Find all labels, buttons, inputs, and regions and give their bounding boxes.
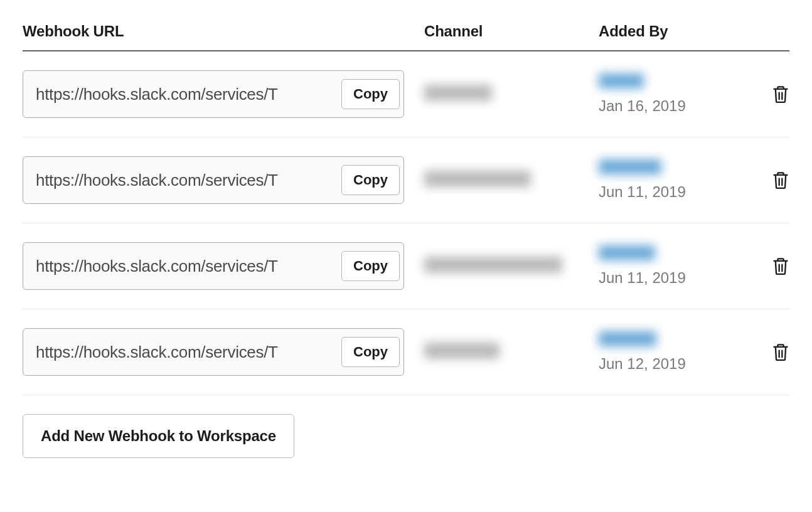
table-header-row: Webhook URL Channel Added By: [23, 23, 789, 51]
channel-name-redacted: [424, 257, 562, 273]
table-row: https://hooks.slack.com/services/TCopyJa…: [23, 51, 789, 137]
copy-button[interactable]: Copy: [341, 337, 400, 367]
added-by-cell: Jun 11, 2019: [599, 159, 758, 201]
webhook-url-text: https://hooks.slack.com/services/T: [36, 171, 341, 190]
user-name-redacted: [599, 245, 655, 260]
trash-icon[interactable]: [772, 342, 789, 362]
channel-name-redacted: [424, 171, 531, 187]
added-date: Jun 11, 2019: [599, 269, 758, 287]
webhook-url-text: https://hooks.slack.com/services/T: [36, 257, 341, 276]
channel-cell: [424, 85, 599, 104]
channel-cell: [424, 343, 599, 362]
added-date: Jun 11, 2019: [599, 183, 758, 201]
added-by-cell: Jun 12, 2019: [599, 331, 758, 373]
table-row: https://hooks.slack.com/services/TCopyJu…: [23, 137, 789, 223]
header-webhook-url: Webhook URL: [23, 23, 424, 40]
copy-button[interactable]: Copy: [341, 79, 400, 109]
added-by-cell: Jun 11, 2019: [599, 245, 758, 287]
copy-button[interactable]: Copy: [341, 251, 400, 281]
webhook-url-field[interactable]: https://hooks.slack.com/services/TCopy: [23, 242, 404, 290]
actions-cell: [758, 342, 789, 362]
channel-name-redacted: [424, 85, 492, 101]
add-new-webhook-button[interactable]: Add New Webhook to Workspace: [23, 414, 294, 458]
trash-icon[interactable]: [772, 84, 789, 104]
webhook-url-text: https://hooks.slack.com/services/T: [36, 343, 341, 362]
channel-cell: [424, 257, 599, 276]
trash-icon[interactable]: [772, 256, 789, 276]
webhook-url-text: https://hooks.slack.com/services/T: [36, 85, 341, 104]
webhook-url-field[interactable]: https://hooks.slack.com/services/TCopy: [23, 328, 404, 376]
user-name-redacted: [599, 73, 644, 88]
webhook-url-cell: https://hooks.slack.com/services/TCopy: [23, 328, 424, 376]
actions-cell: [758, 170, 789, 190]
header-added-by: Added By: [599, 23, 758, 40]
webhook-url-field[interactable]: https://hooks.slack.com/services/TCopy: [23, 156, 404, 204]
table-row: https://hooks.slack.com/services/TCopyJu…: [23, 223, 789, 309]
added-date: Jan 16, 2019: [599, 97, 758, 115]
header-channel: Channel: [424, 23, 599, 40]
actions-cell: [758, 256, 789, 276]
actions-cell: [758, 84, 789, 104]
channel-cell: [424, 171, 599, 190]
added-date: Jun 12, 2019: [599, 355, 758, 373]
added-by-cell: Jan 16, 2019: [599, 73, 758, 115]
copy-button[interactable]: Copy: [341, 165, 400, 195]
webhook-url-field[interactable]: https://hooks.slack.com/services/TCopy: [23, 70, 404, 118]
trash-icon[interactable]: [772, 170, 789, 190]
webhook-url-cell: https://hooks.slack.com/services/TCopy: [23, 156, 424, 204]
webhook-url-cell: https://hooks.slack.com/services/TCopy: [23, 242, 424, 290]
webhook-url-cell: https://hooks.slack.com/services/TCopy: [23, 70, 424, 118]
user-name-redacted: [599, 331, 656, 346]
table-row: https://hooks.slack.com/services/TCopyJu…: [23, 309, 789, 395]
channel-name-redacted: [424, 343, 499, 359]
webhooks-table: Webhook URL Channel Added By https://hoo…: [23, 23, 789, 395]
user-name-redacted: [599, 159, 661, 174]
